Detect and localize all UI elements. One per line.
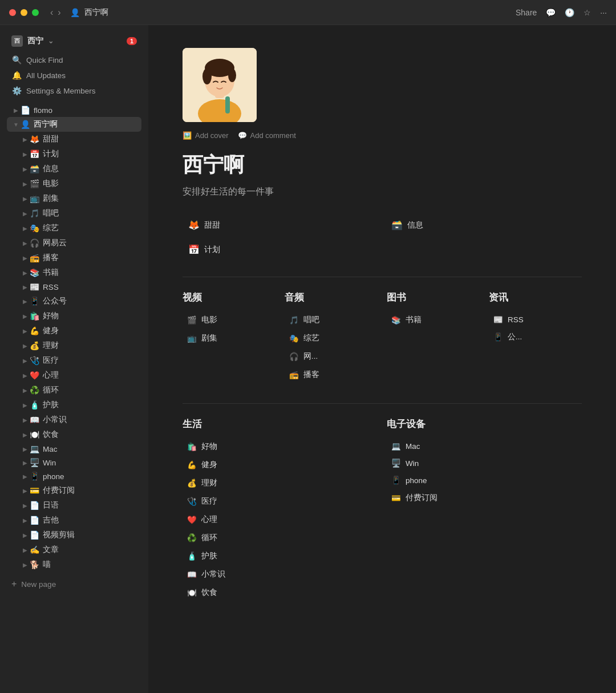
- item-phone-elec[interactable]: 📱 phone: [387, 473, 582, 488]
- item-gzh[interactable]: 📱 公...: [489, 329, 582, 345]
- sidebar-item-changba[interactable]: ▶ 🎵 唱吧: [16, 206, 141, 221]
- item-dianying[interactable]: 🎬 电影: [183, 312, 275, 328]
- item-win-elec[interactable]: 🖥️ Win: [387, 456, 582, 471]
- gzh-col-label: 公...: [508, 332, 522, 342]
- star-icon[interactable]: ☆: [583, 8, 591, 17]
- sidebar-item-boke[interactable]: ▶ 📻 播客: [16, 250, 141, 265]
- item-wangyiyun[interactable]: 🎧 网...: [285, 348, 378, 364]
- item-juju[interactable]: 📺 剧集: [183, 330, 275, 346]
- forward-button[interactable]: ›: [58, 7, 60, 18]
- arrow: ▶: [21, 372, 30, 379]
- new-page-button[interactable]: + New page: [0, 574, 148, 594]
- sidebar-item-wenzhang[interactable]: ▶ ✍️ 文章: [16, 542, 141, 557]
- item-rss[interactable]: 📰 RSS: [489, 312, 582, 327]
- back-button[interactable]: ‹: [50, 7, 53, 18]
- item-jianshen[interactable]: 💪 健身: [183, 457, 378, 473]
- item-ffd-elec[interactable]: 💳 付费订阅: [387, 490, 582, 506]
- sidebar-item-win[interactable]: ▶ 🖥️ Win: [16, 456, 141, 469]
- books-section-title: 图书: [387, 291, 480, 304]
- item-yiliao[interactable]: 🩺 医疗: [183, 493, 378, 509]
- item-licai[interactable]: 💰 理财: [183, 475, 378, 491]
- sidebar-item-mac[interactable]: ▶ 💻 Mac: [16, 442, 141, 456]
- item-hufu[interactable]: 🧴 护肤: [183, 548, 378, 564]
- close-button[interactable]: [9, 9, 16, 16]
- sidebar-item-allupdates[interactable]: 🔔 All Updates: [7, 68, 141, 83]
- licai-life-label: 理财: [201, 478, 217, 488]
- jihua-item-icon: 📅: [188, 244, 200, 255]
- mac-label: Mac: [43, 445, 137, 453]
- sidebar-item-xinli[interactable]: ▶ ❤️ 心理: [16, 368, 141, 383]
- item-mac-elec[interactable]: 💻 Mac: [387, 439, 582, 453]
- svg-point-6: [202, 68, 212, 84]
- top-items-grid2: 📅 计划: [183, 241, 582, 258]
- sidebar-item-yinshi[interactable]: ▶ 🍽️ 饮食: [16, 427, 141, 442]
- sidebar-item-tiantian[interactable]: ▶ 🦊 甜甜: [16, 132, 141, 147]
- dianying-icon: 🎬: [30, 179, 39, 188]
- sidebar-item-xining[interactable]: ▼ 👤 西宁啊: [7, 117, 141, 132]
- sidebar-item-settings[interactable]: ⚙️ Settings & Members: [7, 83, 141, 98]
- arrow: ▶: [21, 402, 30, 408]
- sidebar-item-gongzhonghao[interactable]: ▶ 📱 公众号: [16, 294, 141, 309]
- sidebar-item-jihua[interactable]: ▶ 📅 计划: [16, 147, 141, 161]
- workspace-header[interactable]: 西 西宁 ⌄ 1: [7, 32, 141, 50]
- nav-controls: ‹ ›: [50, 7, 61, 18]
- item-xinli[interactable]: ❤️ 心理: [183, 512, 378, 528]
- zongyi-col-label: 综艺: [303, 333, 319, 343]
- sidebar-item-hufu[interactable]: ▶ 🧴 护肤: [16, 398, 141, 412]
- history-icon[interactable]: 🕐: [565, 8, 574, 17]
- item-boke[interactable]: 📻 播客: [285, 367, 378, 383]
- item-jihua[interactable]: 📅 计划: [183, 241, 379, 258]
- sidebar-item-riyu[interactable]: ▶ 📄 日语: [16, 498, 141, 513]
- sidebar-item-miao[interactable]: ▶ 🐕 喵: [16, 557, 141, 572]
- item-changba[interactable]: 🎵 唱吧: [285, 312, 378, 328]
- notification-badge: 1: [127, 37, 137, 45]
- comment-icon[interactable]: 💬: [546, 8, 556, 17]
- sidebar-item-dianying[interactable]: ▶ 🎬 电影: [16, 176, 141, 191]
- sidebar-item-spjianji[interactable]: ▶ 📄 视频剪辑: [16, 528, 141, 542]
- item-zongyi[interactable]: 🎭 综艺: [285, 330, 378, 346]
- maximize-button[interactable]: [32, 9, 39, 16]
- sidebar-item-zongyi[interactable]: ▶ 🎭 综艺: [16, 221, 141, 236]
- sidebar-item-xiaochangshi[interactable]: ▶ 📖 小常识: [16, 412, 141, 427]
- item-shujing[interactable]: 📚 书籍: [387, 312, 480, 328]
- updates-icon: 🔔: [11, 71, 22, 80]
- minimize-button[interactable]: [21, 9, 27, 16]
- sidebar-item-haowu[interactable]: ▶ 🛍️ 好物: [16, 309, 141, 323]
- item-xunhuan[interactable]: ♻️ 循环: [183, 530, 378, 546]
- item-haowu[interactable]: 🛍️ 好物: [183, 439, 378, 455]
- item-tiantian[interactable]: 🦊 甜甜: [183, 216, 379, 234]
- add-cover-button[interactable]: 🖼️ Add cover: [183, 131, 229, 140]
- sidebar-item-rss[interactable]: ▶ 📰 RSS: [16, 280, 141, 294]
- sidebar-item-licai[interactable]: ▶ 💰 理财: [16, 338, 141, 353]
- item-yinshi[interactable]: 🍽️ 饮食: [183, 585, 378, 601]
- jihua-icon: 📅: [30, 149, 39, 159]
- sidebar-item-juju[interactable]: ▶ 📺 剧集: [16, 191, 141, 206]
- arrow: ▶: [21, 343, 30, 349]
- boke-col-icon: 📻: [289, 370, 299, 379]
- item-xinxi[interactable]: 🗃️ 信息: [386, 216, 582, 234]
- xinxi-item-icon: 🗃️: [391, 220, 403, 230]
- item-xcs[interactable]: 📖 小常识: [183, 566, 378, 582]
- sidebar-item-phone[interactable]: ▶ 📱 phone: [16, 469, 141, 483]
- sidebar-item-xunhuan[interactable]: ▶ ♻️ 循环: [16, 383, 141, 398]
- jihua-label: 计划: [43, 149, 137, 159]
- sidebar-item-jianshen[interactable]: ▶ 💪 健身: [16, 323, 141, 338]
- sidebar-item-flomo[interactable]: ▶ 📄 flomo: [7, 103, 141, 117]
- life-section: 生活 🛍️ 好物 💪 健身 💰 理财 🩺 医疗 ❤: [183, 418, 378, 603]
- sidebar-item-yiliao[interactable]: ▶ 🩺 医疗: [16, 353, 141, 368]
- arrow: ▶: [21, 166, 30, 172]
- sidebar-item-xinxi[interactable]: ▶ 🗃️ 信息: [16, 161, 141, 176]
- workspace-icon-text: 西: [14, 37, 20, 45]
- comment-icon: 💬: [238, 131, 247, 140]
- sidebar-item-wangyiyun[interactable]: ▶ 🎧 网易云: [16, 236, 141, 250]
- arrow: ▶: [21, 358, 30, 364]
- add-comment-button[interactable]: 💬 Add comment: [238, 131, 296, 140]
- sidebar-item-fufeiding[interactable]: ▶ 💳 付费订阅: [16, 483, 141, 498]
- more-icon[interactable]: ···: [600, 8, 607, 17]
- tiantian-icon: 🦊: [30, 135, 39, 144]
- sidebar-item-quickfind[interactable]: 🔍 Quick Find: [7, 52, 141, 67]
- share-button[interactable]: Share: [516, 8, 537, 17]
- gzh-col-icon: 📱: [493, 333, 503, 342]
- sidebar-item-jita[interactable]: ▶ 📄 吉他: [16, 513, 141, 528]
- sidebar-item-shujing[interactable]: ▶ 📚 书籍: [16, 265, 141, 280]
